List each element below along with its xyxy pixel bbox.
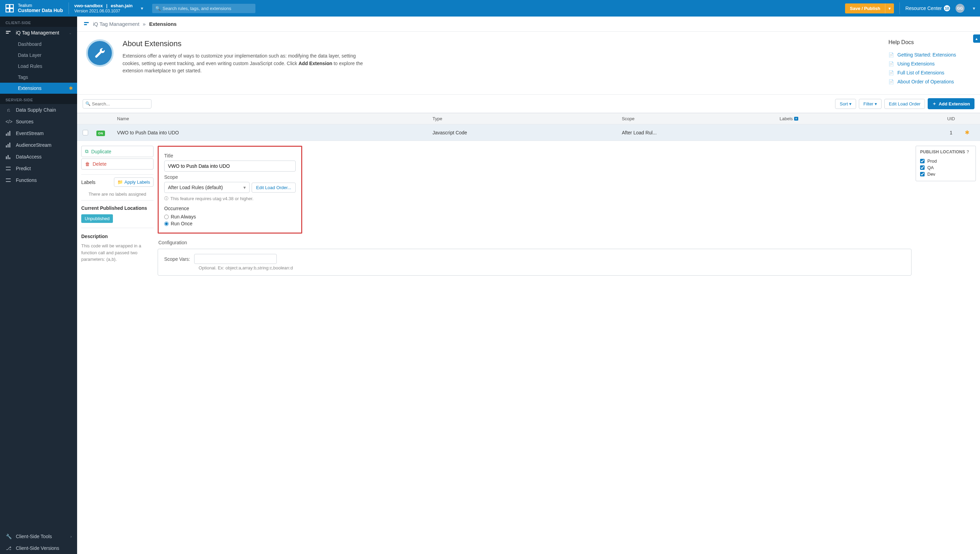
sidebar-item-eventstream[interactable]: EventStream	[0, 128, 77, 139]
help-link-using-extensions[interactable]: 📄Using Extensions	[888, 59, 971, 68]
add-extension-button[interactable]: ＋Add Extension	[928, 98, 975, 109]
sidebar-item-functions[interactable]: Functions	[0, 174, 77, 186]
col-scope[interactable]: Scope	[622, 116, 779, 121]
sidebar-item-data-supply-chain[interactable]: ⎌ Data Supply Chain	[0, 104, 77, 116]
panel-collapse-tab[interactable]: ▲	[973, 34, 980, 43]
document-icon: 📄	[888, 53, 894, 57]
status-pill[interactable]: ON	[96, 131, 105, 136]
scope-vars-label: Scope Vars:	[164, 256, 190, 262]
breadcrumb: iQ Tag Management » Extensions	[77, 16, 980, 32]
sidebar-item-sources[interactable]: </> Sources	[0, 116, 77, 128]
user-avatar[interactable]: GG	[956, 4, 964, 13]
document-icon: 📄	[888, 61, 894, 67]
help-link-order-of-operations[interactable]: 📄About Order of Operations	[888, 77, 971, 86]
extensions-toolbar: 🔍 Sort ▾ Filter ▾ Edit Load Order ＋Add E…	[77, 95, 980, 113]
sidebar-item-dataaccess[interactable]: DataAccess	[0, 151, 77, 163]
col-labels[interactable]: Labels	[780, 116, 793, 121]
apply-labels-button[interactable]: 📁Apply Labels	[114, 177, 154, 187]
sidebar-item-label: AudienceStream	[16, 142, 52, 148]
sidebar-item-audiencestream[interactable]: AudienceStream	[0, 139, 77, 151]
edit-load-order-button[interactable]: Edit Load Order	[884, 99, 925, 109]
breadcrumb-parent[interactable]: iQ Tag Management	[93, 21, 139, 27]
row-checkbox[interactable]	[83, 130, 88, 136]
save-publish-dropdown[interactable]: ▾	[885, 3, 894, 13]
duplicate-button[interactable]: ⧉ Duplicate	[81, 146, 154, 157]
app-header: Tealium Customer Data Hub vwo-sandbox | …	[0, 0, 980, 16]
resource-center-link[interactable]: Resource Center 10	[905, 5, 950, 11]
sidebar-item-predict[interactable]: Predict	[0, 163, 77, 174]
chevron-down-icon[interactable]: ▾	[141, 5, 143, 11]
env-dev-checkbox[interactable]: Dev	[920, 171, 971, 177]
configuration-heading: Configuration	[158, 240, 912, 245]
duplicate-icon: ⧉	[85, 148, 89, 154]
env-qa-checkbox[interactable]: QA	[920, 164, 971, 171]
sidebar-item-label: iQ Tag Management	[16, 30, 59, 35]
sidebar-item-client-tools[interactable]: 🔧 Client-Side Tools ›	[0, 530, 77, 542]
brand-block: Tealium Customer Data Hub	[5, 3, 63, 13]
sidebar-sub-dashboard[interactable]: Dashboard	[0, 38, 77, 49]
bars-icon	[5, 143, 12, 147]
save-publish-button[interactable]: Save / Publish	[845, 3, 885, 13]
scope-vars-input[interactable]	[194, 254, 277, 264]
sidebar-item-label: DataAccess	[16, 154, 41, 160]
branch-icon: ⎇	[5, 545, 12, 551]
sidebar-sub-data-layer[interactable]: Data Layer	[0, 49, 77, 61]
global-search-input[interactable]	[152, 4, 255, 13]
help-icon[interactable]: ?	[967, 150, 969, 154]
svg-rect-16	[6, 179, 11, 179]
svg-rect-10	[9, 143, 10, 147]
extensions-search-input[interactable]	[83, 99, 151, 109]
trash-icon: 🗑	[85, 161, 90, 167]
svg-rect-19	[84, 24, 87, 25]
profile-selector[interactable]: vwo-sandbox | eshan.jain Version 2021.06…	[74, 3, 133, 13]
row-scope: After Load Rul...	[622, 130, 779, 136]
sidebar-sub-tags[interactable]: Tags	[0, 72, 77, 83]
configuration-box: Scope Vars: Optional. Ex: object:a,array…	[158, 249, 912, 276]
sidebar-sub-load-rules[interactable]: Load Rules	[0, 61, 77, 72]
profile-user: eshan.jain	[111, 3, 133, 8]
lines-icon	[5, 166, 12, 171]
edit-load-order-link[interactable]: Edit Load Order...	[251, 183, 296, 193]
about-title: About Extensions	[123, 39, 371, 48]
chevron-down-icon[interactable]: ▾	[973, 5, 975, 11]
row-uid: 1	[937, 130, 965, 136]
delete-button[interactable]: 🗑 Delete	[81, 158, 154, 169]
row-name: VWO to Push Data into UDO	[117, 130, 433, 136]
plus-icon[interactable]: +	[794, 117, 798, 121]
col-type[interactable]: Type	[433, 116, 622, 121]
title-input[interactable]	[164, 161, 296, 172]
publish-locations-box: PUBLISH LOCATIONS ? Prod QA Dev	[916, 146, 976, 181]
sidebar-sub-extensions[interactable]: Extensions ✱	[0, 83, 77, 94]
divider	[899, 2, 900, 14]
env-prod-checkbox[interactable]: Prod	[920, 158, 971, 164]
scope-select[interactable]: After Load Rules (default) ▾	[164, 182, 250, 193]
help-docs-column: Help Docs 📄Getting Started: Extensions 📄…	[888, 39, 971, 86]
svg-rect-8	[6, 145, 7, 147]
bars-icon	[5, 154, 12, 159]
sidebar-item-client-versions[interactable]: ⎇ Client-Side Versions	[0, 542, 77, 554]
published-locations-heading: Current Published Locations	[81, 202, 154, 213]
svg-rect-3	[6, 31, 10, 32]
sidebar-section-client: CLIENT-SIDE	[0, 16, 77, 27]
scope-label: Scope	[164, 174, 296, 180]
filter-button[interactable]: Filter ▾	[859, 99, 881, 109]
global-search[interactable]: 🔍	[152, 4, 255, 13]
wrench-icon	[86, 39, 114, 67]
scope-vars-hint: Optional. Ex: object:a,array:b,string:c,…	[164, 265, 905, 270]
help-link-full-list[interactable]: 📄Full List of Extensions	[888, 68, 971, 77]
sort-button[interactable]: Sort ▾	[835, 99, 856, 109]
extension-detail-panel: ⧉ Duplicate 🗑 Delete Labels 📁Apply Label…	[77, 140, 980, 281]
svg-rect-5	[6, 134, 7, 136]
svg-rect-13	[9, 158, 10, 159]
breadcrumb-current: Extensions	[149, 21, 177, 27]
sidebar-item-iq-tag-management[interactable]: iQ Tag Management ⌄	[0, 27, 77, 38]
table-row[interactable]: ON VWO to Push Data into UDO Javascript …	[77, 125, 980, 140]
help-link-getting-started[interactable]: 📄Getting Started: Extensions	[888, 50, 971, 59]
run-always-radio[interactable]: Run Always	[164, 213, 296, 220]
search-icon: 🔍	[155, 6, 161, 11]
run-once-radio[interactable]: Run Once	[164, 220, 296, 227]
breadcrumb-icon	[83, 21, 89, 27]
col-uid[interactable]: UID	[937, 116, 965, 121]
col-name[interactable]: Name	[117, 116, 433, 121]
extensions-search[interactable]: 🔍	[83, 99, 151, 109]
